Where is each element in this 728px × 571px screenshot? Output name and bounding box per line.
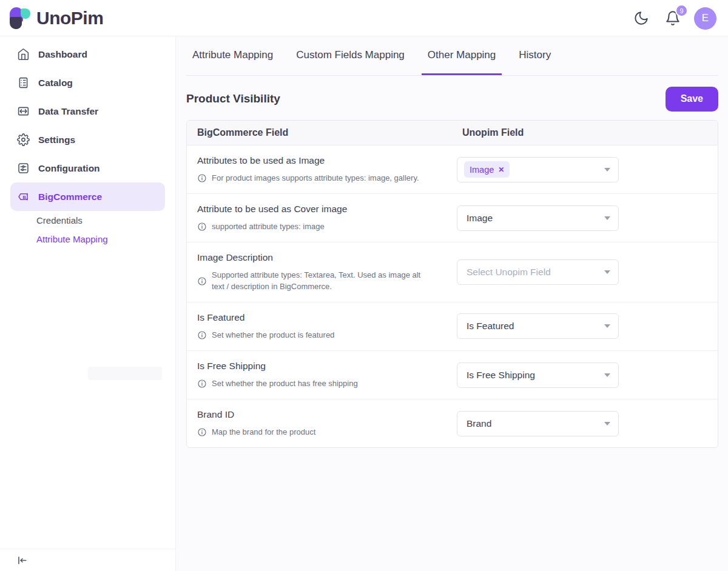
field-label: Image Description bbox=[197, 252, 434, 263]
sidebar-item-label: Dashboard bbox=[38, 49, 87, 60]
sidebar-item-settings[interactable]: Settings bbox=[10, 125, 165, 154]
unopim-field-select-brand-id[interactable]: Brand bbox=[457, 411, 619, 436]
brand-name: UnoPim bbox=[36, 8, 103, 28]
table-row: Attribute to be used as Cover image supp… bbox=[187, 194, 718, 242]
chevron-down-icon bbox=[604, 324, 610, 328]
home-icon bbox=[17, 48, 30, 61]
svg-text:B: B bbox=[22, 195, 26, 200]
unopim-field-select-cover-image[interactable]: Image bbox=[457, 205, 619, 231]
collapse-arrow-icon bbox=[16, 555, 28, 566]
info-icon bbox=[197, 330, 207, 340]
field-label: Attribute to be used as Cover image bbox=[197, 204, 434, 215]
tab-other-mapping[interactable]: Other Mapping bbox=[422, 36, 502, 75]
field-info-text: supported attribute types: image bbox=[212, 221, 325, 232]
table-row: Brand ID Map the brand for the product B… bbox=[187, 399, 718, 447]
select-value: Image bbox=[464, 213, 604, 224]
chip-label: Image bbox=[470, 165, 494, 175]
field-info-text: Set whether the product has free shippin… bbox=[212, 378, 358, 389]
unopim-field-select-attributes-image[interactable]: Image ✕ bbox=[457, 157, 619, 182]
configuration-icon bbox=[17, 162, 30, 175]
table-row: Is Featured Set whether the product is f… bbox=[187, 302, 718, 351]
field-label: Attributes to be used as Image bbox=[197, 155, 434, 166]
sidebar-subitem-credentials[interactable]: Credentials bbox=[0, 211, 175, 230]
remove-chip-icon[interactable]: ✕ bbox=[498, 166, 504, 173]
chevron-down-icon bbox=[604, 216, 610, 220]
tab-history[interactable]: History bbox=[513, 36, 557, 75]
tab-custom-fields-mapping[interactable]: Custom Fields Mapping bbox=[290, 36, 411, 75]
save-button[interactable]: Save bbox=[666, 87, 718, 112]
table-row: Is Free Shipping Set whether the product… bbox=[187, 351, 718, 399]
sidebar-subitem-label: Attribute Mapping bbox=[36, 234, 108, 244]
sidebar-item-label: Settings bbox=[38, 135, 75, 145]
main-content: Attribute Mapping Custom Fields Mapping … bbox=[176, 36, 728, 571]
sidebar-item-label: Catalog bbox=[38, 78, 73, 88]
info-icon bbox=[197, 222, 207, 232]
tab-attribute-mapping[interactable]: Attribute Mapping bbox=[186, 36, 279, 75]
sidebar: Dashboard Catalog Data Transfer Settings… bbox=[0, 36, 176, 571]
select-placeholder: Select Unopim Field bbox=[464, 267, 604, 278]
notifications-button[interactable]: 9 bbox=[665, 10, 681, 26]
chevron-down-icon bbox=[604, 168, 610, 172]
sidebar-item-label: BigCommerce bbox=[38, 192, 102, 202]
page-title: Product Visibility bbox=[186, 92, 280, 105]
select-value: Is Featured bbox=[464, 321, 604, 332]
table-row: Attributes to be used as Image For produ… bbox=[187, 145, 718, 194]
mapping-table: BigCommerce Field Unopim Field Attribute… bbox=[186, 120, 718, 448]
unopim-field-select-is-featured[interactable]: Is Featured bbox=[457, 313, 619, 339]
moon-icon bbox=[633, 10, 649, 26]
info-icon bbox=[197, 173, 207, 183]
field-info-text: Supported attribute types: Textarea, Tex… bbox=[212, 270, 434, 292]
field-label: Is Free Shipping bbox=[197, 361, 434, 372]
sidebar-ghost-highlight bbox=[88, 367, 162, 380]
top-header: UnoPim 9 E bbox=[0, 0, 728, 36]
table-header-row: BigCommerce Field Unopim Field bbox=[187, 121, 718, 145]
column-header-unopim-field: Unopim Field bbox=[462, 127, 718, 138]
sidebar-item-label: Data Transfer bbox=[38, 106, 98, 117]
table-row: Image Description Supported attribute ty… bbox=[187, 242, 718, 302]
sidebar-item-label: Configuration bbox=[38, 163, 100, 174]
brand-logo-icon bbox=[8, 6, 32, 30]
sidebar-item-catalog[interactable]: Catalog bbox=[10, 68, 165, 97]
selected-value-chip: Image ✕ bbox=[464, 161, 510, 178]
info-icon bbox=[197, 379, 207, 389]
user-avatar[interactable]: E bbox=[694, 7, 716, 30]
select-value: Is Free Shipping bbox=[464, 370, 604, 381]
sidebar-footer bbox=[0, 549, 175, 571]
field-info-text: For product images supports attribute ty… bbox=[212, 173, 419, 184]
sidebar-item-data-transfer[interactable]: Data Transfer bbox=[10, 97, 165, 125]
data-transfer-icon bbox=[17, 105, 30, 118]
unopim-field-select-image-description[interactable]: Select Unopim Field bbox=[457, 259, 619, 285]
field-label: Brand ID bbox=[197, 409, 434, 420]
bigcommerce-icon: B bbox=[17, 190, 30, 203]
chevron-down-icon bbox=[604, 373, 610, 377]
tab-bar: Attribute Mapping Custom Fields Mapping … bbox=[186, 36, 718, 76]
collapse-sidebar-button[interactable] bbox=[16, 555, 28, 566]
unopim-field-select-is-free-shipping[interactable]: Is Free Shipping bbox=[457, 362, 619, 388]
notification-count-badge: 9 bbox=[675, 4, 688, 17]
column-header-bigcommerce-field: BigCommerce Field bbox=[197, 127, 462, 138]
sidebar-item-configuration[interactable]: Configuration bbox=[10, 154, 165, 182]
select-value: Brand bbox=[464, 418, 604, 429]
sidebar-subitem-label: Credentials bbox=[36, 215, 83, 225]
field-info-text: Map the brand for the product bbox=[212, 427, 315, 438]
chevron-down-icon bbox=[604, 422, 610, 426]
field-info-text: Set whether the product is featured bbox=[212, 330, 334, 341]
info-icon bbox=[197, 276, 207, 286]
brand-logo[interactable]: UnoPim bbox=[8, 6, 103, 30]
sidebar-subitem-attribute-mapping[interactable]: Attribute Mapping bbox=[0, 230, 175, 249]
settings-icon bbox=[17, 133, 30, 146]
chevron-down-icon bbox=[604, 270, 610, 274]
catalog-icon bbox=[17, 76, 30, 89]
sidebar-item-bigcommerce[interactable]: B BigCommerce bbox=[10, 182, 165, 211]
info-icon bbox=[197, 427, 207, 437]
sidebar-item-dashboard[interactable]: Dashboard bbox=[10, 40, 165, 68]
field-label: Is Featured bbox=[197, 312, 434, 323]
dark-mode-toggle[interactable] bbox=[633, 10, 649, 26]
